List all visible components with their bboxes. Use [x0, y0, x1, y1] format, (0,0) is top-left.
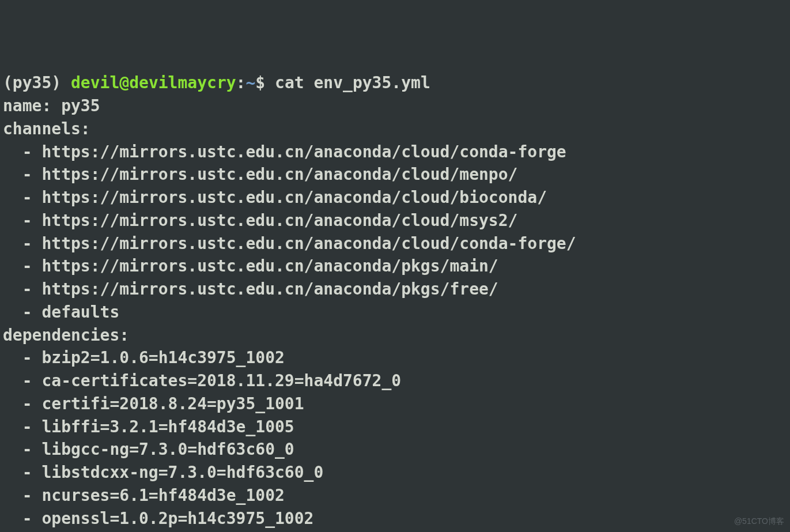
yaml-channel-item: - https://mirrors.ustc.edu.cn/anaconda/c…	[3, 165, 517, 184]
yaml-dependency-item: - ncurses=6.1=hf484d3e_1002	[3, 486, 285, 505]
yaml-channel-item: - https://mirrors.ustc.edu.cn/anaconda/p…	[3, 256, 498, 276]
terminal-screen[interactable]: (py35) devil@devilmaycry:~$ cat env_py35…	[3, 71, 787, 530]
yaml-dependency-item: - certifi=2018.8.24=py35_1001	[3, 394, 304, 413]
yaml-channel-item: - https://mirrors.ustc.edu.cn/anaconda/c…	[3, 142, 566, 161]
prompt-user: devil	[71, 73, 119, 92]
yaml-dependency-item: - openssl=1.0.2p=h14c3975_1002	[3, 509, 313, 528]
conda-env-label: (py35)	[3, 73, 71, 92]
prompt-colon: :	[236, 73, 246, 92]
yaml-channel-item: - defaults	[3, 303, 119, 322]
prompt-host: devilmaycry	[129, 73, 236, 92]
yaml-dependencies-key: dependencies:	[3, 326, 129, 345]
yaml-dependency-item: - bzip2=1.0.6=h14c3975_1002	[3, 348, 285, 367]
yaml-name-value: py35	[61, 96, 100, 115]
prompt-dollar: $	[255, 73, 275, 92]
yaml-dependency-item: - libgcc-ng=7.3.0=hdf63c60_0	[3, 440, 294, 459]
watermark-text: @51CTO博客	[734, 516, 784, 527]
yaml-channels-key: channels:	[3, 119, 90, 138]
yaml-dependency-item: - libstdcxx-ng=7.3.0=hdf63c60_0	[3, 463, 323, 482]
yaml-channel-item: - https://mirrors.ustc.edu.cn/anaconda/p…	[3, 280, 498, 299]
yaml-channel-item: - https://mirrors.ustc.edu.cn/anaconda/c…	[3, 234, 576, 253]
yaml-dependency-item: - ca-certificates=2018.11.29=ha4d7672_0	[3, 371, 401, 390]
yaml-name-key: name:	[3, 96, 61, 115]
yaml-channel-item: - https://mirrors.ustc.edu.cn/anaconda/c…	[3, 211, 517, 230]
prompt-at: @	[119, 73, 129, 92]
yaml-dependency-item: - libffi=3.2.1=hf484d3e_1005	[3, 417, 294, 436]
prompt-path: ~	[245, 73, 255, 92]
yaml-channel-item: - https://mirrors.ustc.edu.cn/anaconda/c…	[3, 188, 547, 207]
command-text: cat env_py35.yml	[275, 73, 430, 92]
